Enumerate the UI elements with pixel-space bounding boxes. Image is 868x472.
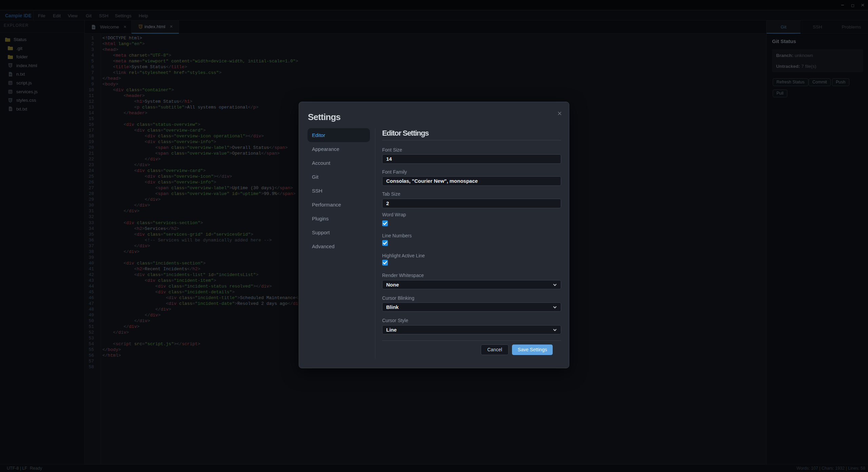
svg-text:JS: JS	[9, 91, 12, 93]
svg-text:JS: JS	[9, 82, 12, 84]
